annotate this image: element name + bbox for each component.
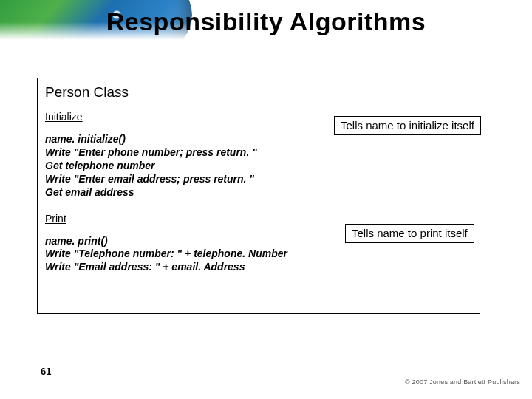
callout-initialize: Tells name to initialize itself bbox=[334, 116, 481, 135]
slide-title: Responsibility Algorithms bbox=[0, 7, 532, 36]
code-initialize: name. initialize() Write "Enter phone nu… bbox=[45, 133, 472, 200]
content-box: Person Class Initialize name. initialize… bbox=[37, 78, 480, 314]
section-print-label: Print bbox=[45, 213, 472, 225]
class-title: Person Class bbox=[45, 84, 472, 100]
callout-print: Tells name to print itself bbox=[345, 224, 474, 243]
copyright-text: © 2007 Jones and Bartlett Publishers bbox=[405, 378, 520, 386]
page-number: 61 bbox=[41, 366, 51, 377]
copyright: © 2007 Jones and Bartlett Publishers bbox=[405, 378, 520, 386]
